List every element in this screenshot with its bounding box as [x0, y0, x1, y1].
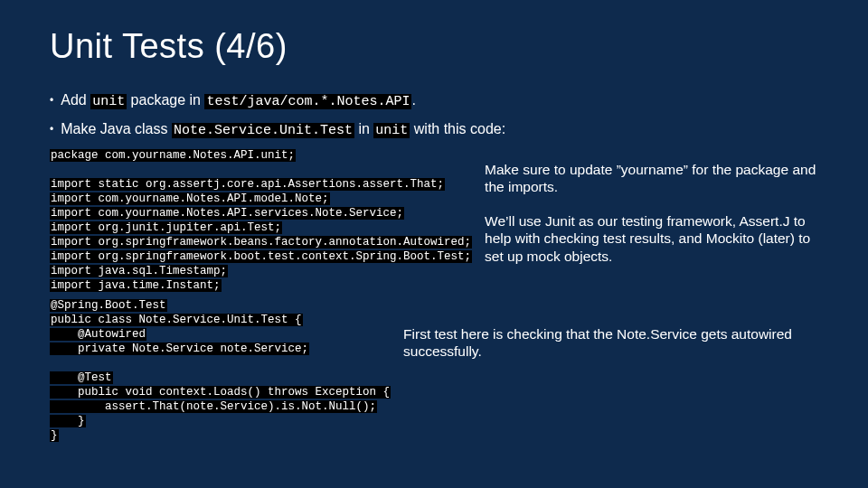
bullet-dot: • — [50, 93, 53, 108]
code-inline: test/java/com.*.Notes.API — [204, 94, 411, 109]
bullet-text: Add unit package in test/java/com.*.Note… — [61, 91, 416, 111]
bullet-list: • Add unit package in test/java/com.*.No… — [50, 91, 818, 139]
note-3: First test here is checking that the Not… — [403, 298, 818, 361]
bullet-item: • Add unit package in test/java/com.*.No… — [50, 91, 818, 111]
code-block-imports: package com.yourname.Notes.API.unit; imp… — [50, 148, 472, 293]
note-1: Make sure to update ”yourname” for the p… — [485, 161, 818, 196]
content-row: package com.yourname.Notes.API.unit; imp… — [50, 148, 818, 293]
slide-title: Unit Tests (4/6) — [50, 27, 818, 66]
bullet-text: Make Java class Note.Service.Unit.Test i… — [61, 120, 505, 140]
code-block-class: @Spring.Boot.Test public class Note.Serv… — [50, 298, 391, 443]
code-inline: Note.Service.Unit.Test — [172, 123, 354, 138]
code-inline: unit — [373, 123, 410, 138]
side-notes: Make sure to update ”yourname” for the p… — [485, 148, 818, 281]
bullet-item: • Make Java class Note.Service.Unit.Test… — [50, 120, 818, 140]
code-inline: unit — [90, 94, 127, 109]
bullet-dot: • — [50, 122, 53, 137]
lower-row: @Spring.Boot.Test public class Note.Serv… — [50, 298, 818, 443]
note-2: We’ll use Junit as our testing framework… — [485, 212, 818, 265]
